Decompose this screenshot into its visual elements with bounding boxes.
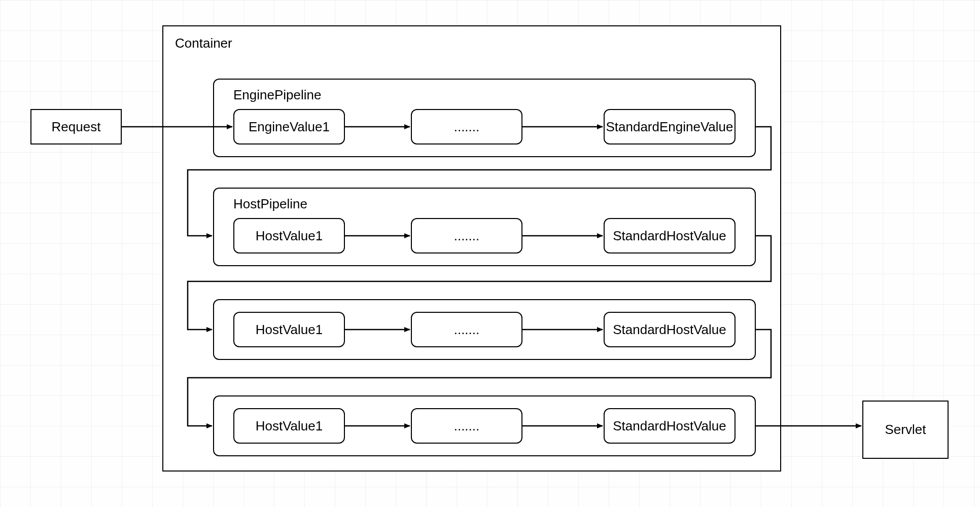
servlet-label: Servlet <box>885 422 926 438</box>
pipeline-4-value-1: HostValue1 <box>233 408 345 444</box>
pipeline-3-value-3: StandardHostValue <box>604 312 736 347</box>
request-box: Request <box>30 109 122 144</box>
pipeline-2-value-1: HostValue1 <box>233 218 345 254</box>
pipeline-1-title: EnginePipeline <box>233 87 321 103</box>
pipeline-3-value-1-label: HostValue1 <box>256 322 323 338</box>
container-title: Container <box>175 35 232 51</box>
pipeline-2-value-3: StandardHostValue <box>604 218 736 254</box>
servlet-box: Servlet <box>862 401 949 459</box>
pipeline-3-value-1: HostValue1 <box>233 312 345 347</box>
pipeline-1-value-1-label: EngineValue1 <box>249 119 330 135</box>
pipeline-4-value-1-label: HostValue1 <box>256 418 323 434</box>
pipeline-2-value-2-label: ....... <box>454 228 480 244</box>
pipeline-3-value-3-label: StandardHostValue <box>613 322 726 338</box>
pipeline-1-value-3-label: StandardEngineValue <box>606 119 733 135</box>
pipeline-4-value-2-label: ....... <box>454 418 480 434</box>
pipeline-1-value-2-label: ....... <box>454 119 480 135</box>
pipeline-1-value-2: ....... <box>411 109 522 144</box>
pipeline-3-value-2: ....... <box>411 312 522 347</box>
pipeline-2-value-1-label: HostValue1 <box>256 228 323 244</box>
pipeline-1-value-3: StandardEngineValue <box>604 109 736 144</box>
diagram-canvas: Request Container EnginePipeline EngineV… <box>0 0 980 507</box>
pipeline-2-title: HostPipeline <box>233 196 307 212</box>
pipeline-4-value-2: ....... <box>411 408 522 444</box>
pipeline-1-value-1: EngineValue1 <box>233 109 345 144</box>
pipeline-2-value-2: ....... <box>411 218 522 254</box>
pipeline-2-value-3-label: StandardHostValue <box>613 228 726 244</box>
pipeline-4-value-3-label: StandardHostValue <box>613 418 726 434</box>
pipeline-3-value-2-label: ....... <box>454 322 480 338</box>
pipeline-4-value-3: StandardHostValue <box>604 408 736 444</box>
request-label: Request <box>52 119 101 135</box>
